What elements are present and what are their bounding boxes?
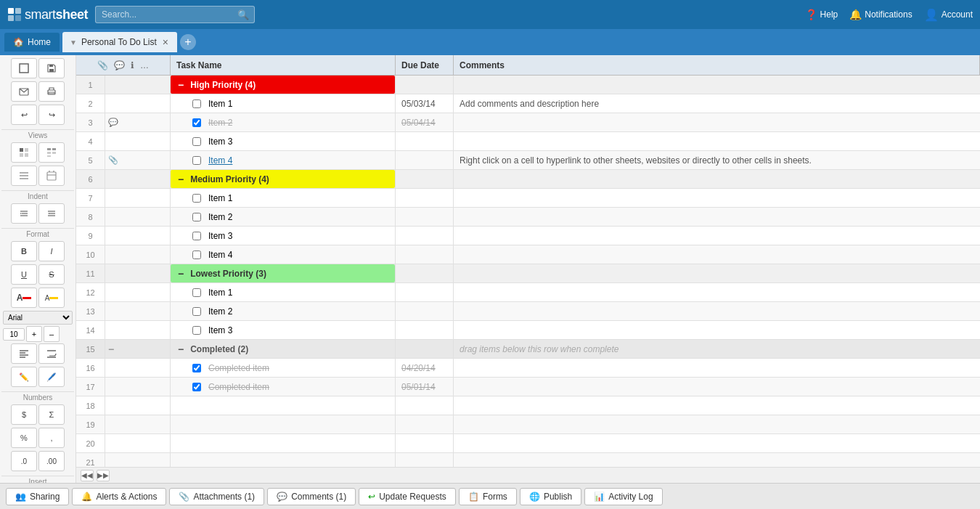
task-checkbox[interactable]	[192, 137, 201, 146]
task-cell[interactable]: Item 3	[171, 132, 396, 150]
decimal-decrease-button[interactable]: .0	[11, 451, 37, 471]
help-button[interactable]: ❓ Help	[805, 9, 838, 20]
list-view-button[interactable]	[11, 166, 37, 186]
task-checkbox[interactable]	[192, 118, 201, 127]
decimal-increase-button[interactable]: .00	[38, 451, 65, 471]
task-cell[interactable]	[171, 453, 396, 467]
comments-button[interactable]: 💬 Comments (1)	[267, 488, 356, 505]
task-checkbox[interactable]	[192, 383, 201, 391]
update-requests-button[interactable]: ↩ Update Requests	[359, 488, 456, 505]
wrap-text-button[interactable]	[38, 343, 65, 364]
fill-color-button[interactable]: A	[38, 288, 65, 308]
print-button[interactable]	[38, 81, 65, 102]
checkbox-cell[interactable]	[188, 99, 205, 108]
task-cell[interactable]: Item 2	[171, 113, 396, 131]
task-checkbox[interactable]	[192, 99, 201, 108]
table-row: 8 Item 2	[76, 208, 980, 227]
underline-button[interactable]: U	[11, 264, 37, 285]
pencil-button[interactable]: 🖊️	[38, 367, 65, 387]
task-cell[interactable]: Item 2	[171, 302, 396, 320]
notifications-label: Notifications	[865, 9, 912, 20]
thousands-button[interactable]: ,	[38, 428, 65, 448]
task-checkbox[interactable]	[192, 251, 201, 259]
new-cell-button[interactable]	[11, 58, 37, 78]
percent-button[interactable]: %	[11, 428, 37, 448]
task-checkbox[interactable]	[192, 213, 201, 221]
save-button[interactable]	[38, 58, 65, 78]
align-left-button[interactable]	[11, 343, 37, 364]
font-select[interactable]: Arial	[3, 311, 73, 325]
paint-button[interactable]: ✏️	[11, 367, 37, 387]
task-cell[interactable]	[171, 434, 396, 452]
scroll-left-button[interactable]: ◀◀	[81, 470, 94, 481]
collapse-hp-icon[interactable]: −	[178, 79, 184, 91]
account-button[interactable]: 👤 Account	[924, 8, 973, 22]
italic-button[interactable]: I	[38, 241, 65, 261]
table-row: 18	[76, 396, 980, 415]
calendar-view-button[interactable]	[38, 166, 65, 186]
activity-log-button[interactable]: 📊 Activity Log	[584, 488, 662, 505]
scroll-right-button[interactable]: ▶▶	[97, 470, 110, 481]
attachments-button[interactable]: 📎 Attachments (1)	[169, 488, 264, 505]
undo-button[interactable]: ↩	[11, 105, 37, 125]
task-cell[interactable]: Item 4	[171, 151, 396, 169]
strikethrough-button[interactable]: S	[38, 264, 65, 285]
task-checkbox[interactable]	[192, 326, 201, 335]
text-color-button[interactable]: A	[11, 288, 37, 308]
redo-button[interactable]: ↪	[38, 105, 65, 125]
task-checkbox[interactable]	[192, 156, 201, 165]
task-cell[interactable]: Item 1	[171, 94, 396, 113]
alerts-actions-button[interactable]: 🔔 Alerts & Actions	[72, 488, 166, 505]
task-name: Item 4	[208, 250, 232, 260]
task-checkbox[interactable]	[192, 364, 201, 372]
email-button[interactable]	[11, 81, 37, 102]
task-cell[interactable]: Completed item	[171, 378, 396, 396]
card-view-button[interactable]	[38, 142, 65, 163]
tab-sheet[interactable]: ▼ Personal To Do List ×	[62, 32, 177, 52]
checkbox-cell[interactable]	[188, 137, 205, 146]
publish-button[interactable]: 🌐 Publish	[520, 488, 581, 505]
font-size-input[interactable]	[3, 328, 25, 341]
task-cell[interactable]: Item 2	[171, 208, 396, 226]
indent-right-button[interactable]	[38, 203, 65, 224]
task-cell[interactable]	[171, 415, 396, 433]
task-cell[interactable]	[171, 396, 396, 415]
collapse-lp-icon[interactable]: −	[178, 268, 184, 280]
task-cell[interactable]: Item 4	[171, 245, 396, 264]
forms-button[interactable]: 📋 Forms	[459, 488, 517, 505]
bold-button[interactable]: B	[11, 241, 37, 261]
due-date-cell	[396, 415, 454, 433]
indent-left-button[interactable]	[11, 203, 37, 224]
group-label-cell[interactable]: − Completed (2)	[171, 340, 396, 358]
task-checkbox[interactable]	[192, 232, 201, 240]
grid-view-button[interactable]	[11, 142, 37, 163]
task-cell[interactable]: Item 1	[171, 189, 396, 207]
task-cell[interactable]: Completed item	[171, 359, 396, 377]
currency-button[interactable]: $	[11, 404, 37, 425]
task-cell[interactable]: Item 1	[171, 283, 396, 301]
search-input[interactable]	[95, 6, 255, 23]
tab-close-button[interactable]: ×	[161, 36, 170, 48]
task-checkbox[interactable]	[192, 288, 201, 297]
collapse-mp-icon[interactable]: −	[178, 174, 184, 185]
task-checkbox[interactable]	[192, 307, 201, 316]
sharing-button[interactable]: 👥 Sharing	[6, 488, 69, 505]
svg-rect-4	[20, 64, 28, 73]
sum-button[interactable]: Σ	[38, 404, 65, 425]
group-label-cell[interactable]: − High Priority (4)	[171, 76, 396, 94]
checkbox-cell[interactable]	[188, 156, 205, 165]
font-size-decrease[interactable]: –	[44, 326, 60, 342]
checkbox-cell[interactable]	[188, 118, 205, 127]
group-label-cell[interactable]: − Medium Priority (4)	[171, 170, 396, 188]
tab-home[interactable]: 🏠 Home	[4, 33, 60, 52]
attachments-label: Attachments (1)	[193, 492, 255, 502]
task-checkbox[interactable]	[192, 194, 201, 203]
task-cell[interactable]: Item 3	[171, 321, 396, 339]
font-size-increase[interactable]: +	[26, 326, 42, 342]
task-cell[interactable]: Item 3	[171, 227, 396, 245]
notifications-button[interactable]: 🔔 Notifications	[849, 9, 912, 20]
task-name[interactable]: Item 4	[208, 155, 232, 166]
collapse-comp-icon[interactable]: −	[178, 343, 184, 355]
new-tab-button[interactable]: +	[180, 34, 196, 50]
group-label-cell[interactable]: − Lowest Priority (3)	[171, 264, 396, 282]
